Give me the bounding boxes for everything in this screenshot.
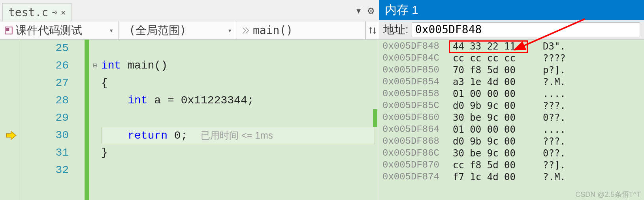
nav-scope-label: (全局范围) xyxy=(123,23,186,38)
chevron-down-icon: ▾ xyxy=(105,26,113,34)
swap-button[interactable] xyxy=(365,21,379,39)
memory-address-bar: 地址: xyxy=(379,20,644,40)
nav-function-label: main() xyxy=(253,24,293,37)
memory-row-ascii: D3". xyxy=(543,40,566,52)
memory-row: 0x005DF86401 00 00 00.... xyxy=(382,124,641,135)
nav-project-label: 课件代码测试 xyxy=(16,23,82,38)
code-text[interactable]: int main() { int a = 0x11223344; return … xyxy=(101,40,379,200)
memory-row: 0x005DF86C30 be 9c 000??. xyxy=(382,147,641,159)
swap-icon xyxy=(369,27,377,34)
perf-hint: 已用时间 <= 1ms xyxy=(201,130,273,141)
execution-pointer-icon xyxy=(6,130,17,141)
function-icon xyxy=(242,27,250,34)
code-line xyxy=(101,109,379,127)
line-number: 32 xyxy=(22,162,69,179)
memory-row: 0x005DF854a3 1e 4d 00?.M. xyxy=(382,76,641,88)
line-number: 29 xyxy=(22,109,69,127)
code-line: { xyxy=(101,74,379,92)
memory-row: 0x005DF870cc f8 5d 00??]. xyxy=(382,159,641,171)
line-number: 27 xyxy=(22,74,69,92)
memory-row-addr: 0x005DF848 xyxy=(382,40,446,52)
memory-pane: 内存 1 地址: 0x005DF848 44 33 22 11 D3". 0x0… xyxy=(379,0,644,200)
marker-margin xyxy=(76,40,85,200)
change-indicator xyxy=(85,40,89,200)
memory-address-input[interactable] xyxy=(412,22,640,37)
nav-function-dropdown[interactable]: main() xyxy=(237,21,365,39)
code-line: int main() xyxy=(101,57,379,74)
project-icon xyxy=(5,27,13,34)
code-line: int a = 0x11223344; xyxy=(101,92,379,109)
nav-bar: 课件代码测试 ▾ (全局范围) ▾ main() xyxy=(0,21,379,40)
tab-filename: test.c xyxy=(8,6,48,19)
line-number: 26 xyxy=(22,57,69,74)
line-number-gutter: 25 26 27 28 29 30 31 32 xyxy=(22,40,76,200)
tabs-dropdown-icon[interactable]: ▾ xyxy=(355,4,362,17)
code-line: } xyxy=(101,144,379,162)
code-line xyxy=(101,162,379,179)
tab-bar: test.c ⊸ ✕ ▾ ⚙ xyxy=(0,0,379,21)
memory-panel-title: 内存 1 xyxy=(379,0,644,20)
line-number: 30 xyxy=(22,127,69,144)
nav-scope-dropdown[interactable]: (全局范围) ▾ xyxy=(119,21,237,39)
memory-row-bytes: 44 33 22 11 xyxy=(453,40,536,52)
nav-project-dropdown[interactable]: 课件代码测试 ▾ xyxy=(0,21,119,39)
close-icon[interactable]: ✕ xyxy=(61,8,66,17)
svg-rect-1 xyxy=(6,28,9,31)
memory-grid[interactable]: 0x005DF848 44 33 22 11 D3". 0x005DF84Ccc… xyxy=(379,40,644,200)
code-area[interactable]: 25 26 27 28 29 30 31 32 ⊟ int main() { i… xyxy=(0,40,379,200)
line-number: 28 xyxy=(22,92,69,109)
fold-toggle-icon[interactable]: ⊟ xyxy=(89,57,101,74)
memory-row: 0x005DF84Ccc cc cc cc???? xyxy=(382,52,641,64)
line-number: 31 xyxy=(22,144,69,162)
memory-row: 0x005DF86030 be 9c 000??. xyxy=(382,112,641,124)
chevron-down-icon: ▾ xyxy=(224,26,232,34)
memory-row: 0x005DF85070 f8 5d 00p?]. xyxy=(382,64,641,76)
memory-row: 0x005DF868d0 9b 9c 00???. xyxy=(382,135,641,147)
gear-icon[interactable]: ⚙ xyxy=(367,4,374,17)
pin-icon[interactable]: ⊸ xyxy=(52,8,57,17)
watermark: CSDN @2.5条悟T^T xyxy=(575,190,641,199)
memory-address-label: 地址: xyxy=(383,22,409,37)
code-line xyxy=(101,40,379,57)
line-number: 25 xyxy=(22,40,69,57)
code-line: return 0; 已用时间 <= 1ms xyxy=(101,127,379,144)
memory-row: 0x005DF85Cd0 9b 9c 00???. xyxy=(382,100,641,112)
memory-row: 0x005DF85801 00 00 00.... xyxy=(382,88,641,100)
file-tab[interactable]: test.c ⊸ ✕ xyxy=(2,3,72,21)
editor-pane: test.c ⊸ ✕ ▾ ⚙ 课件代码测试 ▾ (全局范围) ▾ main() xyxy=(0,0,379,200)
fold-margin[interactable]: ⊟ xyxy=(89,40,101,200)
indicator-margin[interactable] xyxy=(0,40,22,200)
memory-row: 0x005DF848 44 33 22 11 D3". xyxy=(382,40,641,52)
memory-row: 0x005DF874f7 1c 4d 00?.M. xyxy=(382,171,641,183)
